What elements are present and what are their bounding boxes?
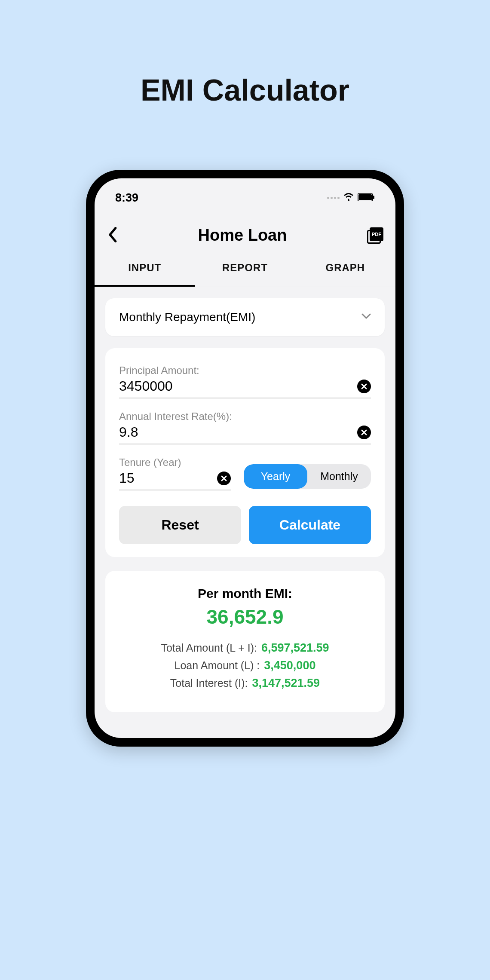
tenure-unit-toggle: Yearly Monthly — [244, 464, 371, 489]
phone-screen: 8:39 Home Loan PDF — [95, 178, 395, 738]
principal-field: Principal Amount: 3450000 — [119, 364, 371, 398]
total-interest-row: Total Interest (I): 3,147,521.59 — [119, 677, 371, 690]
status-time: 8:39 — [115, 191, 138, 205]
tabs: INPUT REPORT GRAPH — [95, 253, 395, 287]
form-card: Principal Amount: 3450000 Annual Interes… — [105, 348, 385, 557]
back-icon[interactable] — [107, 227, 118, 244]
rate-input[interactable]: 9.8 — [119, 424, 349, 440]
total-interest-label: Total Interest (I): — [170, 677, 248, 689]
tenure-row: Tenure (Year) 15 Yearly Monthly — [119, 456, 371, 490]
loan-amount-value: 3,450,000 — [264, 659, 315, 672]
page-title: EMI Calculator — [141, 73, 349, 107]
total-amount-row: Total Amount (L + I): 6,597,521.59 — [119, 641, 371, 655]
button-row: Reset Calculate — [119, 506, 371, 544]
status-bar: 8:39 — [95, 178, 395, 209]
tenure-label: Tenure (Year) — [119, 456, 231, 469]
total-amount-value: 6,597,521.59 — [261, 641, 329, 655]
screen-title: Home Loan — [198, 226, 287, 245]
rate-field: Annual Interest Rate(%): 9.8 — [119, 410, 371, 444]
header-bar: Home Loan PDF — [95, 209, 395, 253]
toggle-monthly[interactable]: Monthly — [307, 464, 371, 489]
svg-rect-2 — [358, 194, 372, 200]
tab-report[interactable]: REPORT — [195, 253, 295, 287]
toggle-yearly[interactable]: Yearly — [244, 464, 307, 489]
content: Monthly Repayment(EMI) Principal Amount:… — [95, 287, 395, 712]
clear-rate-icon[interactable] — [357, 426, 371, 439]
wifi-icon — [343, 193, 354, 203]
pdf-icon[interactable]: PDF — [367, 227, 383, 244]
svg-point-0 — [348, 199, 349, 201]
chevron-down-icon — [361, 313, 371, 321]
status-icons — [327, 193, 375, 203]
tab-input[interactable]: INPUT — [95, 253, 195, 287]
clear-tenure-icon[interactable] — [217, 472, 231, 485]
tenure-input[interactable]: 15 — [119, 470, 211, 486]
tenure-field: Tenure (Year) 15 — [119, 456, 231, 490]
emi-label: Per month EMI: — [119, 586, 371, 601]
svg-rect-3 — [373, 196, 374, 199]
dropdown-selected: Monthly Repayment(EMI) — [119, 310, 255, 324]
loan-amount-label: Loan Amount (L) : — [175, 659, 260, 672]
phone-frame: 8:39 Home Loan PDF — [86, 170, 404, 747]
principal-input[interactable]: 3450000 — [119, 378, 349, 394]
rate-label: Annual Interest Rate(%): — [119, 410, 371, 423]
loan-amount-row: Loan Amount (L) : 3,450,000 — [119, 659, 371, 672]
tab-graph[interactable]: GRAPH — [295, 253, 395, 287]
battery-icon — [358, 193, 375, 203]
reset-button[interactable]: Reset — [119, 506, 241, 544]
result-card: Per month EMI: 36,652.9 Total Amount (L … — [105, 571, 385, 712]
clear-principal-icon[interactable] — [357, 380, 371, 393]
emi-value: 36,652.9 — [119, 605, 371, 628]
total-interest-value: 3,147,521.59 — [252, 677, 320, 690]
calculate-button[interactable]: Calculate — [249, 506, 371, 544]
cellular-icon — [327, 197, 340, 199]
repayment-type-dropdown[interactable]: Monthly Repayment(EMI) — [105, 298, 385, 336]
total-amount-label: Total Amount (L + I): — [161, 642, 257, 654]
principal-label: Principal Amount: — [119, 364, 371, 377]
